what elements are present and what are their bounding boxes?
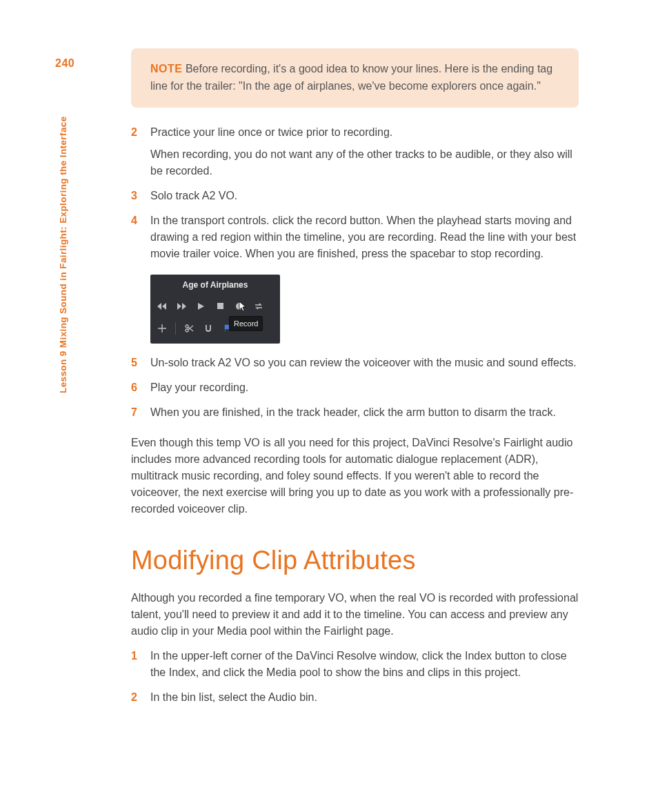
step-body: When you are finished, in the track head…	[150, 404, 579, 426]
step-number: 2	[131, 689, 150, 711]
note-label: NOTE	[150, 63, 182, 75]
step-body: Play your recording.	[150, 379, 579, 402]
step-number: 1	[131, 648, 150, 686]
loop-icon[interactable]	[254, 301, 263, 311]
step-item: 4 In the transport controls. click the r…	[131, 212, 579, 268]
step-body: Practice your line once or twice prior t…	[150, 124, 579, 185]
step-body: Un-solo track A2 VO so you can review th…	[150, 355, 579, 377]
svg-rect-0	[217, 303, 223, 309]
rewind-icon[interactable]	[157, 301, 167, 311]
step-body: In the transport controls. click the rec…	[150, 212, 579, 268]
step-item: 2 In the bin list, select the Audio bin.	[131, 689, 579, 711]
stop-icon[interactable]	[215, 301, 225, 311]
step-text: Practice your line once or twice prior t…	[150, 124, 579, 141]
note-callout: NOTE Before recording, it's a good idea …	[131, 48, 579, 108]
record-tooltip: Record	[229, 316, 263, 332]
step-body: In the upper-left corner of the DaVinci …	[150, 648, 579, 686]
side-lesson-title: Lesson 9 Mixing Sound in Fairlight: Expl…	[57, 116, 70, 393]
step-text: When recording, you do not want any of t…	[150, 146, 579, 179]
step-item: 2 Practice your line once or twice prior…	[131, 124, 579, 185]
magnet-icon[interactable]	[203, 324, 213, 333]
section-intro: Although you recorded a fine temporary V…	[131, 590, 579, 640]
page-number: 240	[55, 55, 74, 72]
step-body: In the bin list, select the Audio bin.	[150, 689, 579, 711]
step-item: 6 Play your recording.	[131, 379, 579, 402]
step-item: 7 When you are finished, in the track he…	[131, 404, 579, 426]
transport-row-playback	[150, 295, 280, 317]
step-number: 3	[131, 188, 150, 210]
closing-paragraph: Even though this temp VO is all you need…	[131, 435, 579, 517]
note-text: Before recording, it's a good idea to kn…	[150, 63, 552, 92]
step-text: Un-solo track A2 VO so you can review th…	[150, 355, 579, 371]
step-number: 7	[131, 404, 150, 426]
play-icon[interactable]	[196, 301, 206, 311]
transport-title: Age of Airplanes	[150, 275, 280, 295]
scissors-icon[interactable]	[184, 324, 194, 333]
step-text: In the bin list, select the Audio bin.	[150, 689, 579, 706]
step-item: 1 In the upper-left corner of the DaVinc…	[131, 648, 579, 686]
fast-forward-icon[interactable]	[177, 301, 186, 311]
step-item: 5 Un-solo track A2 VO so you can review …	[131, 355, 579, 377]
step-text: When you are finished, in the track head…	[150, 404, 579, 421]
step-number: 2	[131, 124, 150, 185]
step-body: Solo track A2 VO.	[150, 188, 579, 210]
mouse-cursor-icon	[239, 301, 247, 312]
section-heading: Modifying Clip Attributes	[131, 541, 579, 580]
step-number: 5	[131, 355, 150, 377]
step-text: Solo track A2 VO.	[150, 188, 579, 204]
step-number: 6	[131, 379, 150, 402]
divider	[175, 322, 176, 335]
crosshair-icon[interactable]	[157, 324, 167, 333]
page: 240 Lesson 9 Mixing Sound in Fairlight: …	[0, 0, 658, 755]
step-item: 3 Solo track A2 VO.	[131, 188, 579, 210]
step-text: In the transport controls. click the rec…	[150, 212, 579, 262]
step-number: 4	[131, 212, 150, 268]
transport-panel: Age of Airplanes	[150, 275, 280, 344]
step-text: Play your recording.	[150, 379, 579, 396]
step-text: In the upper-left corner of the DaVinci …	[150, 648, 579, 681]
